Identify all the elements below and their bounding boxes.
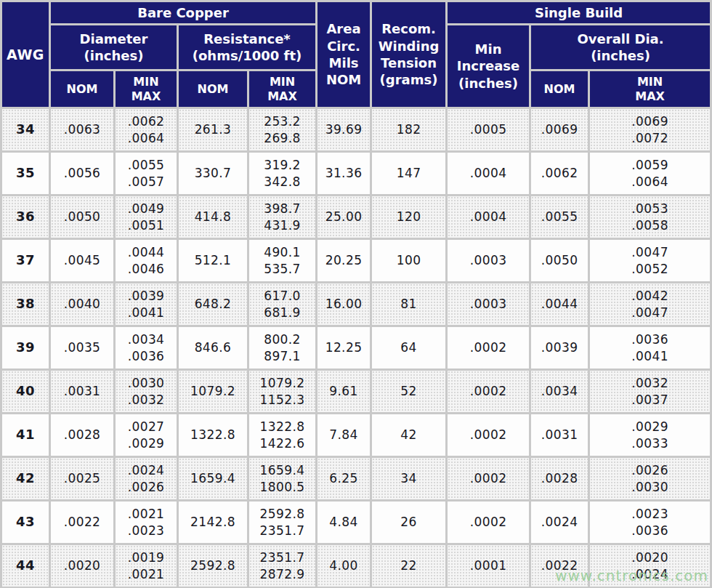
- cell-awg: 42: [2, 458, 49, 499]
- cell-diameter-nom: .0050: [51, 196, 113, 238]
- cell-area-circ-mils: 7.84: [317, 414, 370, 456]
- cell-winding-tension: 42: [372, 414, 445, 456]
- cell-diameter-nom: .0040: [51, 283, 113, 325]
- table-row: 35 .0056 .0055 .0057 330.7 319.2 342.8 3…: [2, 153, 710, 194]
- cell-diameter-minmax: .0055 .0057: [116, 153, 177, 194]
- header-resistance-minmax: MIN MAX: [249, 71, 315, 107]
- cell-diameter-minmax: .0021 .0023: [116, 502, 177, 543]
- cell-diameter-minmax: .0044 .0046: [116, 240, 177, 281]
- cell-overall-nom: .0044: [531, 283, 588, 325]
- cell-resistance-minmax: 2592.8 2351.7: [249, 502, 315, 543]
- cell-winding-tension: 26: [372, 502, 445, 543]
- cell-winding-tension: 120: [372, 196, 445, 238]
- cell-awg: 34: [2, 109, 49, 150]
- cell-diameter-minmax: .0049 .0051: [116, 196, 177, 238]
- cell-overall-minmax: .0020 .0024: [590, 545, 710, 587]
- cell-overall-nom: .0028: [531, 458, 588, 499]
- cell-area-circ-mils: 20.25: [317, 240, 370, 281]
- cell-resistance-minmax: 490.1 535.7: [249, 240, 315, 281]
- cell-winding-tension: 64: [372, 327, 445, 368]
- cell-resistance-nom: 1322.8: [179, 414, 247, 456]
- cell-overall-nom: .0069: [531, 109, 588, 150]
- cell-diameter-minmax: .0019 .0021: [116, 545, 177, 587]
- cell-min-increase: .0002: [448, 458, 529, 499]
- cell-overall-minmax: .0053 .0058: [590, 196, 710, 238]
- cell-overall-minmax: .0029 .0033: [590, 414, 710, 456]
- cell-diameter-minmax: .0024 .0026: [116, 458, 177, 499]
- cell-area-circ-mils: 4.84: [317, 502, 370, 543]
- cell-resistance-minmax: 1079.2 1152.3: [249, 371, 315, 412]
- cell-min-increase: .0002: [448, 502, 529, 543]
- cell-min-increase: .0002: [448, 371, 529, 412]
- cell-resistance-minmax: 1322.8 1422.6: [249, 414, 315, 456]
- cell-overall-minmax: .0047 .0052: [590, 240, 710, 281]
- cell-overall-minmax: .0026 .0030: [590, 458, 710, 499]
- cell-min-increase: .0004: [448, 153, 529, 194]
- cell-min-increase: .0002: [448, 327, 529, 368]
- cell-diameter-minmax: .0039 .0041: [116, 283, 177, 325]
- cell-resistance-minmax: 800.2 897.1: [249, 327, 315, 368]
- cell-diameter-nom: .0025: [51, 458, 113, 499]
- cell-resistance-nom: 414.8: [179, 196, 247, 238]
- cell-overall-minmax: .0036 .0041: [590, 327, 710, 368]
- table-row: 40 .0031 .0030 .0032 1079.2 1079.2 1152.…: [2, 371, 710, 412]
- cell-overall-minmax: .0059 .0064: [590, 153, 710, 194]
- table-row: 41 .0028 .0027 .0029 1322.8 1322.8 1422.…: [2, 414, 710, 456]
- cell-resistance-nom: 1079.2: [179, 371, 247, 412]
- cell-area-circ-mils: 4.00: [317, 545, 370, 587]
- cell-diameter-nom: .0031: [51, 371, 113, 412]
- cell-awg: 43: [2, 502, 49, 543]
- cell-diameter-minmax: .0062 .0064: [116, 109, 177, 150]
- awg-wire-gauge-page: AWG Bare Copper Area Circ. Mils NOM Reco…: [0, 0, 712, 588]
- header-diameter-minmax: MIN MAX: [116, 71, 177, 107]
- cell-winding-tension: 52: [372, 371, 445, 412]
- cell-diameter-nom: .0056: [51, 153, 113, 194]
- cell-overall-minmax: .0069 .0072: [590, 109, 710, 150]
- table-row: 42 .0025 .0024 .0026 1659.4 1659.4 1800.…: [2, 458, 710, 499]
- cell-overall-minmax: .0023 .0036: [590, 502, 710, 543]
- cell-awg: 39: [2, 327, 49, 368]
- cell-overall-nom: .0062: [531, 153, 588, 194]
- cell-resistance-nom: 261.3: [179, 109, 247, 150]
- cell-overall-nom: .0024: [531, 502, 588, 543]
- cell-diameter-minmax: .0027 .0029: [116, 414, 177, 456]
- cell-overall-minmax: .0032 .0037: [590, 371, 710, 412]
- cell-awg: 44: [2, 545, 49, 587]
- cell-resistance-nom: 648.2: [179, 283, 247, 325]
- cell-area-circ-mils: 12.25: [317, 327, 370, 368]
- header-recom-winding-tension: Recom. Winding Tension (grams): [372, 2, 445, 107]
- cell-resistance-minmax: 319.2 342.8: [249, 153, 315, 194]
- cell-winding-tension: 147: [372, 153, 445, 194]
- cell-resistance-nom: 2142.8: [179, 502, 247, 543]
- cell-resistance-minmax: 398.7 431.9: [249, 196, 315, 238]
- awg-wire-gauge-table: AWG Bare Copper Area Circ. Mils NOM Reco…: [0, 0, 712, 588]
- cell-resistance-nom: 330.7: [179, 153, 247, 194]
- cell-area-circ-mils: 6.25: [317, 458, 370, 499]
- cell-resistance-minmax: 2351.7 2872.9: [249, 545, 315, 587]
- header-awg: AWG: [2, 2, 49, 107]
- cell-overall-nom: .0050: [531, 240, 588, 281]
- cell-area-circ-mils: 9.61: [317, 371, 370, 412]
- cell-area-circ-mils: 25.00: [317, 196, 370, 238]
- table-row: 43 .0022 .0021 .0023 2142.8 2592.8 2351.…: [2, 502, 710, 543]
- cell-min-increase: .0004: [448, 196, 529, 238]
- table-row: 34 .0063 .0062 .0064 261.3 253.2 269.8 3…: [2, 109, 710, 150]
- cell-resistance-nom: 1659.4: [179, 458, 247, 499]
- header-overall-dia: Overall Dia. (inches): [531, 25, 710, 69]
- cell-overall-nom: .0022: [531, 545, 588, 587]
- cell-winding-tension: 182: [372, 109, 445, 150]
- cell-awg: 36: [2, 196, 49, 238]
- header-diameter-nom: NOM: [51, 71, 113, 107]
- header-diameter: Diameter (inches): [51, 25, 177, 69]
- header-single-build: Single Build: [448, 2, 710, 23]
- cell-area-circ-mils: 39.69: [317, 109, 370, 150]
- cell-overall-nom: .0039: [531, 327, 588, 368]
- cell-diameter-minmax: .0034 .0036: [116, 327, 177, 368]
- cell-winding-tension: 81: [372, 283, 445, 325]
- cell-area-circ-mils: 16.00: [317, 283, 370, 325]
- cell-diameter-nom: .0022: [51, 502, 113, 543]
- cell-min-increase: .0002: [448, 414, 529, 456]
- cell-awg: 38: [2, 283, 49, 325]
- cell-winding-tension: 34: [372, 458, 445, 499]
- cell-diameter-nom: .0035: [51, 327, 113, 368]
